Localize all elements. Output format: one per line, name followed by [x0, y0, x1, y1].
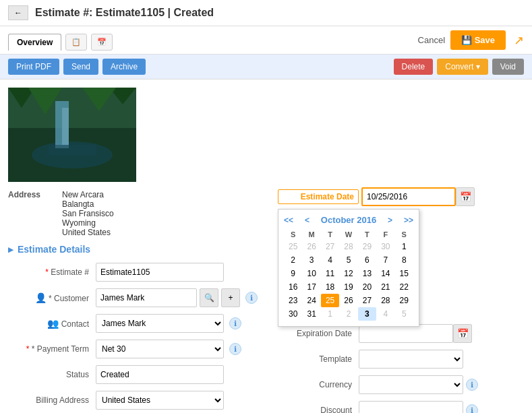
calendar-day[interactable]: 17 — [302, 280, 320, 294]
calendar-day[interactable]: 19 — [339, 280, 357, 294]
calendar-day[interactable]: 7 — [376, 253, 394, 267]
calendar-day[interactable]: 20 — [358, 280, 376, 294]
address-label: Address — [8, 190, 49, 237]
calendar-day[interactable]: 11 — [321, 267, 339, 280]
cal-prev[interactable]: < — [305, 216, 309, 225]
save-button[interactable]: 💾 Save — [450, 30, 506, 50]
calendar-day[interactable]: 29 — [395, 294, 413, 307]
calendar-day[interactable]: 5 — [395, 307, 413, 321]
contact-select[interactable]: James Mark — [96, 314, 224, 333]
contact-info-icon[interactable]: ℹ — [229, 317, 241, 329]
calendar-day[interactable]: 9 — [284, 267, 302, 280]
top-bar: ← Estimate #: Estimate1105 | Created — [0, 0, 532, 26]
payment-info-icon[interactable]: ℹ — [229, 343, 241, 355]
currency-info-icon[interactable]: ℹ — [466, 379, 478, 391]
calendar-day[interactable]: 12 — [339, 267, 357, 280]
calendar-day[interactable]: 1 — [395, 240, 413, 253]
address-line4: Wyoming — [62, 218, 114, 228]
customer-input-group: 🔍 + ℹ — [96, 288, 258, 307]
discount-info-icon[interactable]: ℹ — [466, 404, 478, 413]
address-line1: New Arcara — [62, 190, 114, 199]
cal-next-next[interactable]: >> — [404, 216, 413, 225]
estimate-date-label: Estimate Date — [278, 189, 359, 204]
currency-row: Currency ℹ — [278, 375, 524, 394]
print-pdf-button[interactable]: Print PDF — [8, 59, 59, 75]
calendar-day[interactable]: 16 — [284, 280, 302, 294]
payment-select[interactable]: Net 30 — [96, 340, 224, 358]
expiration-calendar-button[interactable]: 📅 — [453, 324, 472, 343]
calendar-day[interactable]: 4 — [321, 253, 339, 267]
calendar-day[interactable]: 15 — [395, 267, 413, 280]
template-row: Template — [278, 350, 524, 369]
address-section: Address New Arcara Balangta San Fransisc… — [8, 190, 271, 237]
calendar-day[interactable]: 3 — [302, 253, 320, 267]
contact-input-group: James Mark ℹ — [96, 314, 241, 333]
tab-icon-calendar[interactable]: 📅 — [91, 34, 113, 51]
calendar-day[interactable]: 30 — [284, 307, 302, 321]
calendar-day[interactable]: 27 — [321, 240, 339, 253]
address-lines: New Arcara Balangta San Fransisco Wyomin… — [62, 190, 114, 237]
calendar-day[interactable]: 22 — [395, 280, 413, 294]
customer-add-button[interactable]: + — [221, 288, 240, 307]
calendar-day[interactable]: 5 — [339, 253, 357, 267]
calendar-day[interactable]: 10 — [302, 267, 320, 280]
calendar-day[interactable]: 30 — [376, 240, 394, 253]
estimate-date-input[interactable] — [361, 187, 456, 206]
send-button[interactable]: Send — [63, 59, 98, 75]
estimate-num-row: * Estimate # — [8, 263, 271, 282]
calendar-day[interactable]: 27 — [358, 294, 376, 307]
tab-icon-list[interactable]: 📋 — [65, 34, 87, 51]
customer-label: 👤 * Customer — [8, 292, 96, 303]
cancel-link[interactable]: Cancel — [418, 35, 445, 45]
calendar-day[interactable]: 1 — [321, 307, 339, 321]
tab-overview[interactable]: Overview — [8, 34, 61, 51]
calendar-day[interactable]: 3 — [358, 307, 376, 321]
calendar-day[interactable]: 13 — [358, 267, 376, 280]
calendar-day[interactable]: 31 — [302, 307, 320, 321]
estimate-date-calendar-button[interactable]: 📅 — [456, 187, 475, 206]
calendar-day[interactable]: 4 — [376, 307, 394, 321]
estimate-num-label: * Estimate # — [8, 267, 96, 277]
template-select[interactable] — [359, 350, 463, 369]
cal-next[interactable]: > — [388, 216, 392, 225]
customer-input[interactable] — [96, 288, 197, 307]
calendar-day[interactable]: 29 — [358, 240, 376, 253]
delete-button[interactable]: Delete — [394, 59, 434, 75]
calendar-day[interactable]: 8 — [395, 253, 413, 267]
calendar-day[interactable]: 14 — [376, 267, 394, 280]
calendar-day[interactable]: 2 — [284, 253, 302, 267]
billing-select[interactable]: United States — [96, 391, 224, 410]
convert-button[interactable]: Convert ▾ — [437, 59, 487, 75]
discount-input[interactable] — [359, 401, 463, 413]
cal-prev-prev[interactable]: << — [284, 216, 293, 225]
calendar-day[interactable]: 24 — [302, 294, 320, 307]
archive-button[interactable]: Archive — [102, 59, 146, 75]
void-button[interactable]: Void — [492, 59, 524, 75]
expiration-input[interactable] — [359, 324, 453, 343]
customer-info-icon[interactable]: ℹ — [245, 292, 258, 304]
estimate-num-input[interactable] — [96, 263, 224, 282]
estimate-image — [8, 88, 136, 182]
calendar-day[interactable]: 26 — [339, 294, 357, 307]
calendar-day[interactable]: 18 — [321, 280, 339, 294]
payment-row: * * Payment Term Net 30 ℹ — [8, 340, 271, 358]
back-button[interactable]: ← — [8, 5, 28, 20]
payment-label: * * Payment Term — [8, 344, 96, 354]
customer-row: 👤 * Customer 🔍 + ℹ — [8, 288, 271, 307]
calendar-day[interactable]: 26 — [302, 240, 320, 253]
calendar-day[interactable]: 28 — [339, 240, 357, 253]
calendar-day[interactable]: 6 — [358, 253, 376, 267]
status-input[interactable] — [96, 365, 224, 384]
calendar-day[interactable]: 28 — [376, 294, 394, 307]
expiration-row: Expiration Date 📅 — [278, 324, 524, 343]
calendar-day[interactable]: 23 — [284, 294, 302, 307]
customer-search-button[interactable]: 🔍 — [200, 288, 218, 307]
calendar-day[interactable]: 2 — [339, 307, 357, 321]
calendar-day[interactable]: 25 — [321, 294, 339, 307]
status-row: Status — [8, 365, 271, 384]
discount-label: Discount — [278, 406, 359, 413]
calendar-day[interactable]: 25 — [284, 240, 302, 253]
calendar-day[interactable]: 21 — [376, 280, 394, 294]
cal-month-label: October 2016 — [321, 215, 376, 225]
currency-select[interactable] — [359, 375, 463, 394]
